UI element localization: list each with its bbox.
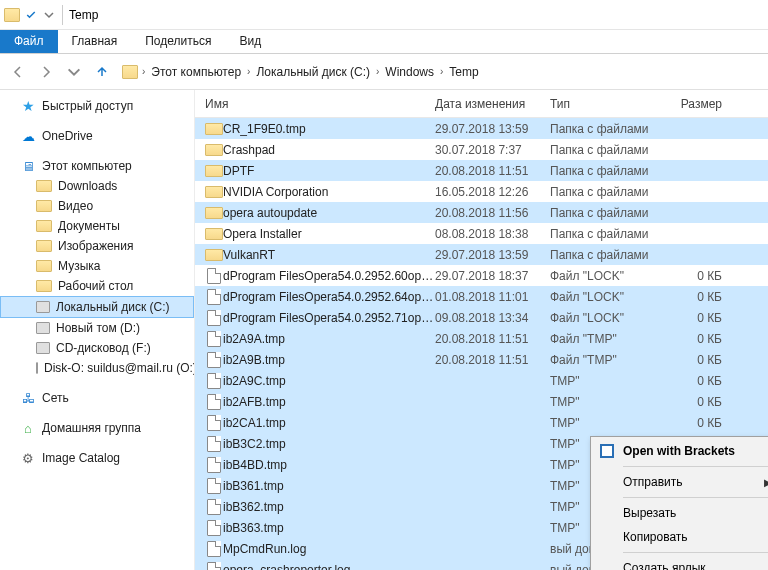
- tree-label: OneDrive: [42, 129, 93, 143]
- table-row[interactable]: ib2A9A.tmp20.08.2018 11:51Файл "TMP"0 КБ: [195, 328, 768, 349]
- menu-copy[interactable]: Копировать: [593, 525, 768, 549]
- breadcrumb-segment[interactable]: Этот компьютер: [149, 63, 243, 81]
- menu-label: Создать ярлык: [623, 561, 706, 570]
- folder-icon: [205, 207, 223, 219]
- table-row[interactable]: dProgram FilesOpera54.0.2952.71opera_...…: [195, 307, 768, 328]
- tree-item[interactable]: Рабочий стол: [0, 276, 194, 296]
- breadcrumb-segment[interactable]: Windows: [383, 63, 436, 81]
- table-row[interactable]: dProgram FilesOpera54.0.2952.64opera_...…: [195, 286, 768, 307]
- file-icon: [205, 331, 223, 347]
- chevron-right-icon[interactable]: ›: [374, 66, 381, 77]
- tree-homegroup[interactable]: ⌂Домашняя группа: [0, 418, 194, 438]
- menu-open-with-brackets[interactable]: Open with Brackets: [593, 439, 768, 463]
- table-row[interactable]: DPTF20.08.2018 11:51Папка с файлами: [195, 160, 768, 181]
- tab-view[interactable]: Вид: [225, 30, 275, 53]
- table-row[interactable]: VulkanRT29.07.2018 13:59Папка с файлами: [195, 244, 768, 265]
- window-title: Temp: [69, 8, 98, 22]
- row-date: 29.07.2018 18:37: [435, 269, 550, 283]
- tree-onedrive[interactable]: ☁OneDrive: [0, 126, 194, 146]
- table-row[interactable]: opera autoupdate20.08.2018 11:56Папка с …: [195, 202, 768, 223]
- tree-label: Этот компьютер: [42, 159, 132, 173]
- row-name: ib2A9C.tmp: [223, 374, 435, 388]
- row-name: Crashpad: [223, 143, 435, 157]
- tree-item[interactable]: Disk-O: suildus@mail.ru (O:): [0, 358, 194, 378]
- nav-forward-button[interactable]: [34, 60, 58, 84]
- qat-dropdown-icon[interactable]: [42, 8, 56, 22]
- tree-item[interactable]: CD-дисковод (F:): [0, 338, 194, 358]
- disk-icon: [36, 362, 38, 374]
- table-row[interactable]: CR_1F9E0.tmp29.07.2018 13:59Папка с файл…: [195, 118, 768, 139]
- context-menu: Open with Brackets Отправить ▶ Вырезать …: [590, 436, 768, 570]
- tree-item[interactable]: Изображения: [0, 236, 194, 256]
- row-name: ibB4BD.tmp: [223, 458, 435, 472]
- breadcrumb-segment[interactable]: Temp: [447, 63, 480, 81]
- nav-up-button[interactable]: [90, 60, 114, 84]
- chevron-right-icon[interactable]: ›: [245, 66, 252, 77]
- table-row[interactable]: ib2AFB.tmpTMP"0 КБ: [195, 391, 768, 412]
- nav-recent-button[interactable]: [62, 60, 86, 84]
- tree-item[interactable]: Новый том (D:): [0, 318, 194, 338]
- row-size: 0 КБ: [662, 416, 722, 430]
- tab-home[interactable]: Главная: [58, 30, 132, 53]
- chevron-right-icon[interactable]: ›: [438, 66, 445, 77]
- menu-separator: [623, 497, 768, 498]
- row-type: Папка с файлами: [550, 227, 662, 241]
- column-name[interactable]: Имя: [205, 97, 435, 111]
- tree-item[interactable]: Downloads: [0, 176, 194, 196]
- tree-image-catalog[interactable]: ⚙Image Catalog: [0, 448, 194, 468]
- row-name: NVIDIA Corporation: [223, 185, 435, 199]
- folder-icon[interactable]: [4, 8, 20, 22]
- table-row[interactable]: ib2A9C.tmpTMP"0 КБ: [195, 370, 768, 391]
- row-type: Файл "TMP": [550, 332, 662, 346]
- file-icon: [205, 310, 223, 326]
- row-date: 20.08.2018 11:51: [435, 164, 550, 178]
- row-date: 29.07.2018 13:59: [435, 248, 550, 262]
- row-type: Папка с файлами: [550, 122, 662, 136]
- file-icon: [205, 562, 223, 571]
- chevron-right-icon[interactable]: ›: [140, 66, 147, 77]
- row-name: ibB3C2.tmp: [223, 437, 435, 451]
- tree-label: Downloads: [58, 179, 117, 193]
- navigation-tree[interactable]: ★Быстрый доступ ☁OneDrive 🖥Этот компьюте…: [0, 90, 195, 570]
- table-row[interactable]: ib2A9B.tmp20.08.2018 11:51Файл "TMP"0 КБ: [195, 349, 768, 370]
- row-name: ibB362.tmp: [223, 500, 435, 514]
- tree-item[interactable]: Документы: [0, 216, 194, 236]
- row-name: opera_crashreporter.log: [223, 563, 435, 571]
- menu-cut[interactable]: Вырезать: [593, 501, 768, 525]
- tab-file[interactable]: Файл: [0, 30, 58, 53]
- column-size[interactable]: Размер: [662, 97, 722, 111]
- tree-quick-access[interactable]: ★Быстрый доступ: [0, 96, 194, 116]
- breadcrumb-path[interactable]: › Этот компьютер › Локальный диск (C:) ›…: [118, 60, 762, 84]
- tab-share[interactable]: Поделиться: [131, 30, 225, 53]
- table-row[interactable]: dProgram FilesOpera54.0.2952.60opera_...…: [195, 265, 768, 286]
- qat-check-icon[interactable]: [24, 8, 38, 22]
- table-row[interactable]: Opera Installer08.08.2018 18:38Папка с ф…: [195, 223, 768, 244]
- file-icon: [205, 394, 223, 410]
- folder-icon: [36, 200, 52, 212]
- file-icon: [205, 373, 223, 389]
- tree-this-pc[interactable]: 🖥Этот компьютер: [0, 156, 194, 176]
- column-date[interactable]: Дата изменения: [435, 97, 550, 111]
- tree-item[interactable]: Локальный диск (C:): [0, 296, 194, 318]
- tree-network[interactable]: 🖧Сеть: [0, 388, 194, 408]
- tree-item[interactable]: Музыка: [0, 256, 194, 276]
- row-date: 20.08.2018 11:56: [435, 206, 550, 220]
- row-name: ibB363.tmp: [223, 521, 435, 535]
- cloud-icon: ☁: [20, 129, 36, 143]
- column-type[interactable]: Тип: [550, 97, 662, 111]
- menu-separator: [623, 466, 768, 467]
- folder-icon: [205, 144, 223, 156]
- row-date: 01.08.2018 11:01: [435, 290, 550, 304]
- nav-back-button[interactable]: [6, 60, 30, 84]
- table-row[interactable]: Crashpad30.07.2018 7:37Папка с файлами: [195, 139, 768, 160]
- row-type: Файл "LOCK": [550, 269, 662, 283]
- tree-item[interactable]: Видео: [0, 196, 194, 216]
- row-name: dProgram FilesOpera54.0.2952.71opera_...: [223, 311, 435, 325]
- menu-create-shortcut[interactable]: Создать ярлык: [593, 556, 768, 570]
- main-area: ★Быстрый доступ ☁OneDrive 🖥Этот компьюте…: [0, 90, 768, 570]
- breadcrumb-segment[interactable]: Локальный диск (C:): [254, 63, 372, 81]
- table-row[interactable]: NVIDIA Corporation16.05.2018 12:26Папка …: [195, 181, 768, 202]
- table-row[interactable]: ib2CA1.tmpTMP"0 КБ: [195, 412, 768, 433]
- file-icon: [205, 415, 223, 431]
- menu-send-to[interactable]: Отправить ▶: [593, 470, 768, 494]
